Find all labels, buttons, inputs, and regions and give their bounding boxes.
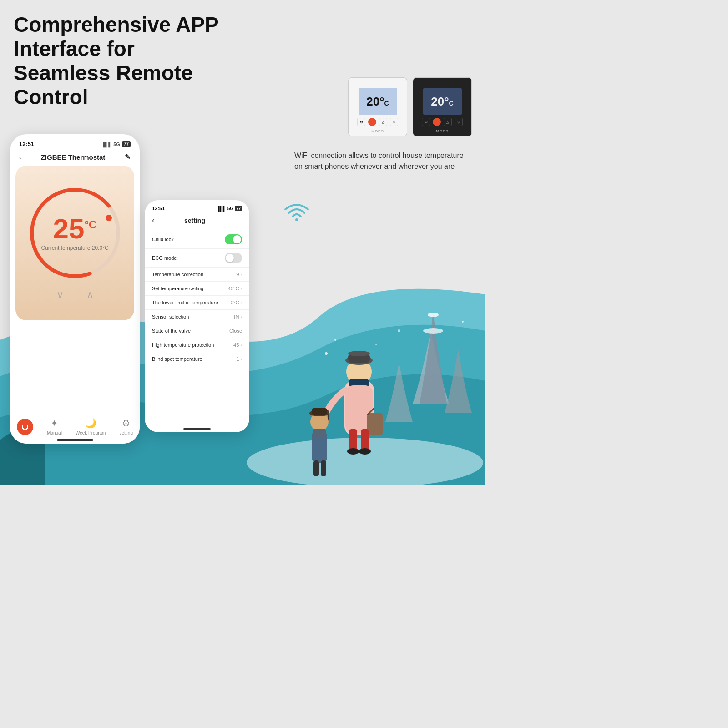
setting-temp-ceiling-value: 40°C › — [228, 286, 242, 291]
setting-sensor-value: IN › — [234, 314, 242, 319]
nav-week-label: Week Program — [76, 430, 106, 435]
setting-high-temp-value: 45 › — [233, 342, 242, 348]
setting-eco-mode: ECO mode — [145, 249, 249, 268]
manual-icon: ✦ — [51, 418, 58, 429]
heading-line3: Control — [14, 85, 88, 109]
setting-lower-limit-label: The lower limit of temperature — [152, 300, 218, 305]
svg-rect-25 — [313, 460, 319, 476]
device-black-temp: 20°C — [431, 95, 453, 109]
svg-point-33 — [375, 344, 377, 345]
device-white-temp: 20°C — [366, 95, 389, 109]
setting-blind-spot-label: Blind spot temperature — [152, 356, 202, 362]
setting-child-lock-label: Child lock — [152, 237, 174, 242]
phone-right-home-bar — [183, 428, 211, 430]
wifi-text: WiFi connection allows to control house … — [294, 150, 472, 172]
phone-left-time: 12:51 — [19, 141, 34, 147]
temp-up-button[interactable]: ∧ — [86, 289, 94, 301]
dial-current-temp: Current temperature 20.0°C — [41, 245, 108, 251]
svg-point-18 — [347, 448, 359, 455]
signal-icon: ▐▌▌ 5G — [217, 206, 233, 211]
nav-manual[interactable]: ✦ Manual — [47, 418, 62, 435]
week-program-icon: 🌙 — [85, 418, 96, 429]
setting-temp-correction-label: Temperature correction — [152, 272, 203, 277]
settings-list: Child lock ECO mode Temperature correcti… — [145, 230, 249, 366]
dial-temperature: 25°C — [41, 215, 108, 243]
svg-point-5 — [428, 313, 439, 317]
phone-right: 12:51 ▐▌▌ 5G 77 ‹ setting Child lock ECO… — [145, 200, 249, 432]
heading-line2: Seamless Remote — [14, 61, 193, 85]
device-white-screen: 20°C — [359, 88, 397, 115]
svg-point-6 — [423, 328, 443, 334]
setting-high-temp-protection[interactable]: High temperature protection 45 › — [145, 338, 249, 352]
setting-blind-spot[interactable]: Blind spot temperature 1 › — [145, 352, 249, 366]
edit-icon[interactable]: ✎ — [125, 153, 131, 161]
setting-valve-label: State of the valve — [152, 328, 191, 334]
eco-toggle-knob — [226, 254, 234, 262]
setting-temp-correction[interactable]: Temperature correction -9 › — [145, 268, 249, 282]
nav-setting[interactable]: ⚙ setting — [119, 418, 132, 435]
settings-title: setting — [184, 217, 205, 224]
svg-point-0 — [295, 218, 298, 221]
chevron-icon-2: › — [240, 286, 242, 291]
svg-rect-16 — [349, 429, 357, 451]
setting-blind-spot-value: 1 › — [236, 356, 242, 362]
svg-rect-14 — [367, 413, 383, 435]
device-white: 20°C ⚙ △ ▽ MOES — [348, 77, 407, 136]
nav-setting-label: setting — [119, 430, 132, 435]
nav-power[interactable]: ⏻ — [17, 419, 33, 435]
eco-mode-toggle[interactable] — [225, 253, 242, 263]
svg-point-31 — [398, 329, 400, 332]
svg-point-19 — [359, 448, 371, 455]
phone-left: 12:51 ▐▌▌ 5G 77 ‹ ZIGBEE Thermostat ✎ 25… — [10, 134, 140, 444]
phone-right-header: ‹ setting — [145, 214, 249, 230]
toggle-knob — [233, 235, 241, 243]
chevron-icon-6: › — [240, 356, 242, 362]
nav-week-program[interactable]: 🌙 Week Program — [76, 418, 106, 435]
back-arrow-icon[interactable]: ‹ — [19, 153, 21, 161]
chevron-icon: › — [240, 272, 242, 277]
svg-rect-28 — [312, 408, 327, 415]
settings-back-icon[interactable]: ‹ — [152, 216, 155, 225]
child-lock-toggle[interactable] — [225, 234, 242, 244]
svg-rect-26 — [321, 460, 326, 476]
svg-point-11 — [348, 351, 370, 356]
phone-left-home-bar — [57, 439, 93, 441]
svg-rect-24 — [313, 429, 326, 438]
setting-sensor-label: Sensor selection — [152, 314, 189, 319]
main-heading: Comprehensive APP Interface for Seamless… — [14, 13, 237, 109]
svg-point-30 — [334, 339, 336, 341]
setting-child-lock: Child lock — [145, 230, 249, 249]
chevron-icon-3: › — [240, 300, 242, 305]
svg-point-29 — [325, 352, 328, 355]
device-black-screen: 20°C — [423, 88, 462, 115]
device-black: 20°C ⚙ △ ▽ MOES — [413, 77, 472, 136]
setting-icon: ⚙ — [122, 418, 130, 429]
phone-left-signal: ▐▌▌ 5G 77 — [101, 141, 131, 147]
dial-controls: ∨ ∧ — [56, 289, 94, 301]
setting-temp-ceiling[interactable]: Set temperature ceiling 40°C › — [145, 282, 249, 296]
heading-line1: Comprehensive APP Interface for — [14, 13, 218, 61]
setting-eco-label: ECO mode — [152, 255, 177, 261]
setting-sensor-selection[interactable]: Sensor selection IN › — [145, 310, 249, 324]
power-icon[interactable]: ⏻ — [17, 419, 33, 435]
phone-right-time: 12:51 — [152, 206, 165, 211]
temp-down-button[interactable]: ∨ — [56, 289, 64, 301]
setting-lower-limit-value: 0°C › — [231, 300, 242, 305]
phone-left-statusbar: 12:51 ▐▌▌ 5G 77 — [10, 134, 140, 151]
setting-temp-ceiling-label: Set temperature ceiling — [152, 286, 203, 291]
dial-center: 25°C Current temperature 20.0°C — [41, 215, 108, 251]
setting-temp-correction-value: -9 › — [235, 272, 242, 277]
setting-valve-state: State of the valve Close — [145, 324, 249, 338]
chevron-icon-5: › — [240, 342, 242, 348]
wifi-icon — [281, 196, 313, 225]
winter-scene — [244, 240, 485, 485]
setting-lower-limit[interactable]: The lower limit of temperature 0°C › — [145, 296, 249, 310]
device-black-brand: MOES — [436, 129, 449, 133]
chevron-icon-4: › — [240, 314, 242, 319]
thermostat-dial-area: 25°C Current temperature 20.0°C ∨ ∧ — [15, 166, 134, 320]
phone-right-statusbar: 12:51 ▐▌▌ 5G 77 — [145, 200, 249, 214]
svg-point-32 — [462, 321, 464, 323]
svg-rect-17 — [361, 429, 369, 451]
dial-ring: 25°C Current temperature 20.0°C — [27, 185, 123, 281]
phone-left-titlebar: ‹ ZIGBEE Thermostat ✎ — [10, 151, 140, 166]
